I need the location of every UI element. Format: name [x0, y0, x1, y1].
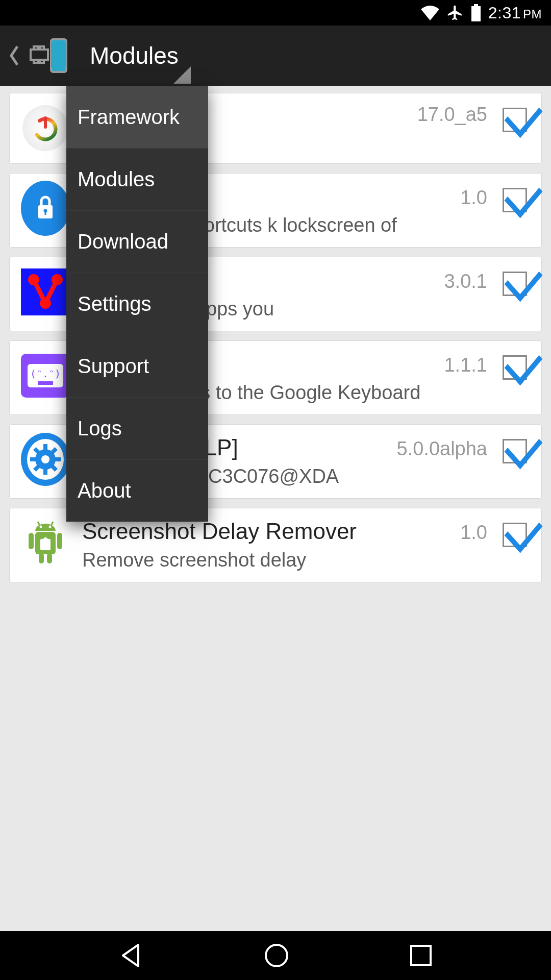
status-bar: 2:31PM — [0, 0, 551, 26]
dropdown-item-about[interactable]: About — [66, 459, 208, 522]
circle-home-icon — [263, 942, 290, 969]
dropdown-item-modules[interactable]: Modules — [66, 148, 208, 210]
power-icon — [21, 104, 70, 153]
up-button[interactable] — [4, 28, 76, 83]
dropdown-item-logs[interactable]: Logs — [66, 397, 208, 459]
airplane-icon — [446, 4, 464, 21]
svg-point-24 — [41, 455, 49, 463]
svg-rect-28 — [39, 553, 44, 564]
svg-rect-18 — [30, 457, 36, 461]
svg-rect-36 — [411, 946, 431, 965]
spinner-triangle-icon — [173, 66, 191, 86]
svg-rect-29 — [47, 553, 52, 564]
status-clock: 2:31PM — [488, 4, 542, 22]
svg-text:(ᵔ.ᵔ): (ᵔ.ᵔ) — [30, 368, 61, 380]
module-version: 1.1.1 — [444, 354, 487, 376]
nav-dropdown[interactable]: Framework Modules Download Settings Supp… — [66, 86, 208, 522]
svg-rect-27 — [57, 533, 62, 549]
svg-rect-3 — [51, 41, 66, 67]
svg-rect-8 — [45, 211, 46, 215]
module-version: 17.0_a5 — [417, 104, 487, 126]
svg-point-35 — [266, 945, 287, 966]
svg-rect-19 — [55, 457, 61, 461]
module-version: 1.0 — [460, 522, 487, 544]
module-version: 1.0 — [460, 187, 487, 209]
square-recent-icon — [408, 943, 434, 968]
status-ampm-text: PM — [523, 7, 542, 21]
lock-icon — [21, 184, 70, 233]
svg-rect-0 — [474, 4, 478, 6]
svg-rect-26 — [29, 533, 34, 549]
action-bar: Modules — [0, 26, 551, 86]
svg-point-32 — [40, 525, 42, 528]
module-version: 5.0.0alpha — [397, 438, 488, 460]
keyboard-icon: (ᵔ.ᵔ) — [21, 351, 70, 400]
dropdown-item-download[interactable]: Download — [66, 210, 208, 273]
svg-point-33 — [49, 525, 52, 528]
app-icon — [24, 32, 71, 79]
page-title[interactable]: Modules — [90, 42, 179, 69]
module-checkbox[interactable] — [499, 435, 530, 463]
module-checkbox[interactable] — [499, 104, 530, 132]
svg-rect-16 — [43, 444, 47, 450]
svg-rect-17 — [43, 469, 47, 475]
svg-rect-5 — [44, 116, 47, 129]
screen: 2:31PM Modules — [0, 0, 551, 980]
module-checkbox[interactable] — [499, 184, 530, 212]
wifi-icon — [421, 5, 439, 20]
chevron-left-icon — [8, 45, 21, 66]
svg-rect-1 — [471, 6, 481, 21]
dropdown-item-settings[interactable]: Settings — [66, 273, 208, 335]
status-time-text: 2:31 — [488, 4, 521, 22]
android-icon — [21, 519, 70, 568]
nav-recent-button[interactable] — [408, 943, 434, 968]
module-desc: Remove screenshot delay — [82, 548, 487, 573]
module-checkbox[interactable] — [499, 519, 530, 547]
navigation-bar — [0, 931, 551, 980]
dropdown-item-framework[interactable]: Framework — [66, 86, 208, 148]
module-checkbox[interactable] — [499, 267, 530, 296]
gear-icon — [21, 435, 70, 484]
share-icon — [21, 267, 70, 316]
battery-icon — [471, 4, 481, 21]
triangle-back-icon — [118, 942, 145, 969]
svg-line-30 — [38, 522, 40, 526]
nav-back-button[interactable] — [118, 942, 145, 969]
module-checkbox[interactable] — [499, 351, 530, 380]
module-version: 3.0.1 — [444, 271, 487, 292]
module-title: Screenshot Delay Remover — [82, 519, 357, 545]
nav-home-button[interactable] — [263, 942, 290, 969]
svg-line-31 — [51, 522, 53, 526]
dropdown-item-support[interactable]: Support — [66, 335, 208, 397]
svg-rect-14 — [38, 381, 53, 385]
